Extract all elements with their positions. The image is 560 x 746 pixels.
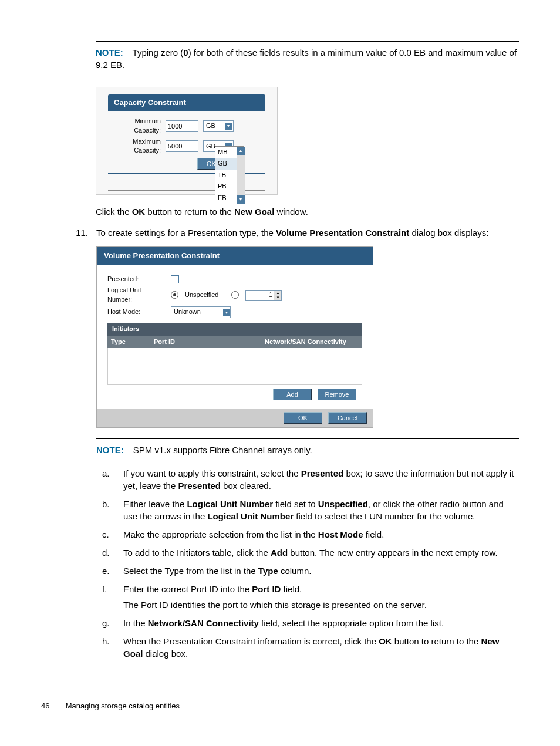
presented-label: Presented: bbox=[107, 275, 166, 283]
substep-c: c. Make the appropriate selection from t… bbox=[96, 528, 519, 541]
chevron-down-icon: ▾ bbox=[223, 309, 230, 316]
substep-a: a. If you want to apply this constraint,… bbox=[96, 467, 519, 492]
add-button[interactable]: Add bbox=[273, 389, 312, 400]
note-text: Typing zero (0) for both of these fields… bbox=[96, 48, 517, 70]
note-text: SPM v1.x supports Fibre Channel arrays o… bbox=[133, 445, 312, 455]
scroll-down-icon[interactable]: ▾ bbox=[237, 195, 245, 204]
substep-f: f. Enter the correct Port ID into the Po… bbox=[96, 583, 519, 611]
chevron-down-icon: ▾ bbox=[225, 123, 232, 130]
step-11: 11. To create settings for a Presentatio… bbox=[67, 227, 519, 666]
dialog-title: Capacity Constraint bbox=[108, 94, 265, 111]
lun-radio-unspecified[interactable] bbox=[171, 291, 178, 299]
max-capacity-input[interactable] bbox=[166, 140, 198, 152]
lun-unspecified-label: Unspecified bbox=[185, 291, 218, 299]
lun-spinner[interactable]: 1 ▲▼ bbox=[245, 290, 282, 301]
scrollbar[interactable]: ▴ ▾ bbox=[237, 147, 245, 204]
unit-dropdown-list[interactable]: MB GB TB PB EB ▴ ▾ bbox=[215, 146, 244, 204]
initiators-table-body bbox=[107, 348, 362, 385]
lun-label: Logical Unit Number: bbox=[107, 286, 166, 304]
min-capacity-label: Minimum Capacity: bbox=[108, 117, 161, 135]
lun-radio-value[interactable] bbox=[231, 291, 239, 299]
initiators-table-header: Type Port ID Network/SAN Connectivity bbox=[107, 336, 362, 348]
note-label: NOTE: bbox=[96, 445, 124, 455]
remove-button[interactable]: Remove bbox=[318, 389, 356, 400]
min-capacity-input[interactable] bbox=[166, 120, 198, 132]
footer-title: Managing storage catalog entities bbox=[66, 701, 180, 710]
presented-checkbox[interactable] bbox=[171, 275, 179, 283]
col-connectivity: Network/SAN Connectivity bbox=[261, 336, 362, 348]
col-type: Type bbox=[107, 336, 150, 348]
dialog-title: Volume Presentation Constraint bbox=[97, 247, 373, 265]
min-capacity-unit[interactable]: GB ▾ bbox=[203, 120, 234, 132]
note-1: NOTE: Typing zero (0) for both of these … bbox=[96, 41, 519, 76]
figure-volume-presentation-constraint: Volume Presentation Constraint Presented… bbox=[96, 246, 373, 428]
initiators-header: Initiators bbox=[107, 323, 362, 335]
substep-h: h. When the Presentation Constraint info… bbox=[96, 635, 519, 660]
page-number: 46 bbox=[41, 701, 63, 711]
substep-g: g. In the Network/SAN Connectivity field… bbox=[96, 617, 519, 629]
hostmode-label: Host Mode: bbox=[107, 308, 166, 316]
substep-e: e. Select the Type from the list in the … bbox=[96, 565, 519, 577]
scroll-up-icon[interactable]: ▴ bbox=[237, 147, 245, 155]
substep-d: d. To add to the Initiators table, click… bbox=[96, 546, 519, 559]
col-portid: Port ID bbox=[150, 336, 261, 348]
max-capacity-label: Maximum Capacity: bbox=[108, 137, 161, 156]
page-footer: 46 Managing storage catalog entities bbox=[41, 701, 519, 711]
note-label: NOTE: bbox=[96, 48, 123, 58]
paragraph-click-ok: Click the OK button to return to the New… bbox=[96, 205, 519, 218]
ok-button[interactable]: OK bbox=[284, 412, 322, 424]
hostmode-select[interactable]: Unknown ▾ bbox=[171, 306, 231, 318]
substep-b: b. Either leave the Logical Unit Number … bbox=[96, 498, 519, 522]
figure-capacity-constraint: Capacity Constraint Minimum Capacity: GB… bbox=[96, 87, 278, 195]
spinner-up-icon[interactable]: ▲ bbox=[274, 291, 281, 295]
spinner-down-icon[interactable]: ▼ bbox=[274, 295, 281, 300]
cancel-button[interactable]: Cancel bbox=[328, 412, 367, 424]
